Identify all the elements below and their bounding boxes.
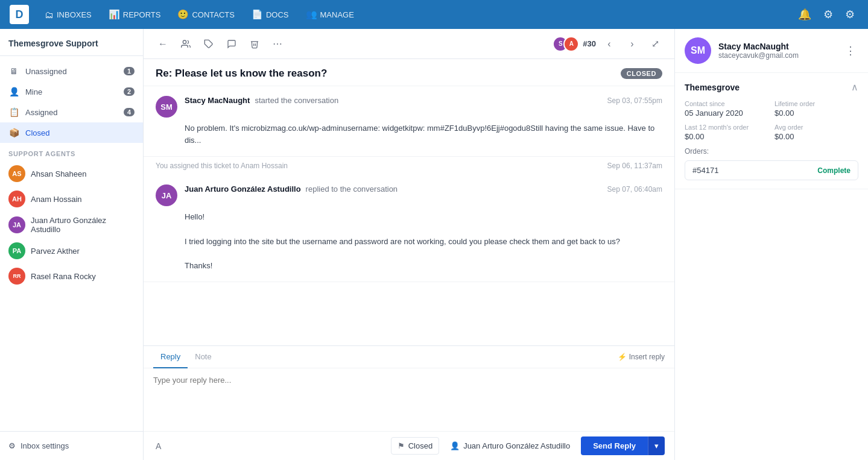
notifications-button[interactable]: 🔔 (794, 4, 815, 25)
label-button[interactable] (199, 34, 218, 54)
order-row: #54171 Complete (685, 160, 858, 180)
nav-manage[interactable]: 👥 MANAGE (300, 5, 360, 24)
sidebar-item-mine[interactable]: 👤 Mine 2 (0, 81, 143, 102)
manage-icon: 👥 (306, 9, 317, 20)
closed-icon: 📦 (8, 128, 19, 137)
avg-order-value: $0.00 (775, 132, 858, 141)
nav-docs[interactable]: 📄 DOCS (246, 5, 295, 24)
send-reply-button[interactable]: Send Reply (581, 436, 648, 455)
section-header: Themesgrove ∧ (685, 81, 858, 93)
contact-since-item: Contact since 05 January 2020 (685, 100, 768, 118)
svg-point-0 (183, 40, 186, 43)
sidebar-item-unassigned[interactable]: 🖥 Unassigned 1 (0, 61, 143, 81)
msg1-author: Stacy MacNaught (185, 96, 250, 105)
conv-number: #30 (583, 39, 596, 48)
conv-messages: Re: Please let us know the reason? CLOSE… (144, 59, 674, 345)
contact-info: Stacy MacNaught staceycavuk@gmail.com (718, 42, 835, 60)
next-conv-button[interactable]: › (622, 34, 642, 54)
format-text-icon[interactable]: A (153, 439, 163, 453)
agent-ahsan-name: Ahsan Shaheen (31, 169, 87, 178)
reply-tabs: Reply Note ⚡ Insert reply (144, 346, 674, 368)
nav-contacts[interactable]: 🙂 CONTACTS (171, 5, 241, 24)
agent-juan-avatar: JA (8, 216, 25, 233)
message-2: JA Juan Arturo González Astudillo replie… (144, 175, 674, 282)
reply-tab-note[interactable]: Note (188, 346, 218, 368)
contact-header: SM Stacy MacNaught staceycavuk@gmail.com… (675, 29, 868, 73)
sidebar-item-closed[interactable]: 📦 Closed (0, 122, 143, 143)
nav-docs-label: DOCS (266, 10, 289, 19)
right-panel: SM Stacy MacNaught staceycavuk@gmail.com… (675, 29, 868, 460)
order-status[interactable]: Complete (817, 166, 851, 175)
delete-button[interactable] (245, 34, 264, 54)
agent-juan-name: Juan Arturo González Astudillo (31, 216, 135, 234)
msg2-author-line: Juan Arturo González Astudillo replied t… (185, 184, 662, 194)
msg1-action: started the conversation (255, 96, 338, 105)
agent-parvez[interactable]: PA Parvez Akther (0, 238, 143, 263)
agent-anam-avatar: AH (8, 191, 25, 207)
flag-icon: ⚑ (398, 441, 405, 450)
contact-name: Stacy MacNaught (718, 42, 835, 51)
settings-icon[interactable]: ⚙ (820, 4, 837, 25)
assign-button[interactable] (176, 34, 195, 54)
sidebar-bottom: ⚙ Inbox settings (0, 431, 143, 460)
contact-menu-button[interactable]: ⋮ (843, 42, 858, 60)
assigned-icon: 📋 (8, 107, 19, 117)
status-select[interactable]: ⚑ Closed (391, 437, 439, 455)
system-event-1: You assigned this ticket to Anam Hossain… (144, 157, 674, 175)
inbox-settings-button[interactable]: ⚙ Inbox settings (8, 438, 135, 454)
orders-label: Orders: (685, 147, 858, 156)
msg1-meta: Stacy MacNaught started the conversation… (185, 96, 662, 106)
reports-icon: 📊 (109, 9, 120, 20)
msg1-body: No problem. It's microbizmag.co.uk/wp-ad… (156, 122, 662, 147)
expand-button[interactable]: ⤢ (645, 34, 665, 54)
insert-reply-label: Insert reply (629, 353, 665, 361)
contact-since-label: Contact since (685, 100, 768, 107)
inboxes-icon: 🗂 (45, 10, 54, 20)
profile-settings-icon[interactable]: ⚙ (841, 4, 858, 25)
back-button[interactable]: ← (153, 34, 173, 54)
agent-ahsan[interactable]: AS Ahsan Shaheen (0, 161, 143, 186)
agent-rasel-avatar: RR (8, 268, 25, 285)
msg1-avatar: SM (156, 96, 177, 118)
prev-conv-button[interactable]: ‹ (600, 34, 619, 54)
nav-contacts-label: CONTACTS (192, 10, 235, 19)
agent-rasel[interactable]: RR Rasel Rana Rocky (0, 263, 143, 289)
assignee-select[interactable]: 👤 Juan Arturo González Astudillo (444, 438, 576, 454)
nav-reports[interactable]: 📊 REPORTS (103, 5, 167, 24)
collapse-icon[interactable]: ∧ (851, 81, 858, 93)
agent-juan[interactable]: JA Juan Arturo González Astudillo (0, 212, 143, 238)
more-button[interactable]: ⋯ (268, 34, 287, 54)
insert-reply-button[interactable]: ⚡ Insert reply (618, 353, 665, 361)
conversation-button[interactable] (222, 34, 241, 54)
send-dropdown-button[interactable]: ▾ (648, 436, 665, 455)
info-grid: Contact since 05 January 2020 Lifetime o… (685, 100, 858, 141)
sidebar-assigned-label: Assigned (25, 108, 118, 117)
msg2-action: replied to the conversation (306, 184, 398, 194)
lifetime-order-value: $0.00 (775, 109, 858, 118)
contact-email: staceycavuk@gmail.com (718, 51, 835, 60)
status-select-label: Closed (408, 441, 432, 450)
status-badge: CLOSED (621, 68, 662, 79)
lightning-icon: ⚡ (618, 353, 627, 361)
contact-avatar: SM (685, 37, 711, 64)
msg2-author: Juan Arturo González Astudillo (185, 184, 301, 194)
sidebar-mine-label: Mine (25, 87, 118, 96)
support-agents-section-title: SUPPORT AGENTS (0, 143, 143, 161)
msg2-meta: Juan Arturo González Astudillo replied t… (185, 184, 662, 195)
main-layout: Themesgrove Support 🖥 Unassigned 1 👤 Min… (0, 29, 868, 460)
agent-ahsan-avatar: AS (8, 165, 25, 182)
lifetime-order-label: Lifetime order (775, 100, 858, 107)
message-1: SM Stacy MacNaught started the conversat… (144, 86, 674, 157)
sidebar-title: Themesgrove Support (0, 29, 143, 56)
agent-anam[interactable]: AH Anam Hossain (0, 186, 143, 212)
reply-textarea[interactable] (144, 368, 674, 429)
system-event-text: You assigned this ticket to Anam Hossain (156, 162, 288, 170)
last12-label: Last 12 month's order (685, 124, 768, 131)
sidebar-item-assigned[interactable]: 📋 Assigned 4 (0, 102, 143, 122)
contact-since-value: 05 January 2020 (685, 109, 768, 118)
mine-icon: 👤 (8, 87, 19, 96)
msg2-avatar: JA (156, 184, 177, 206)
nav-inboxes[interactable]: 🗂 INBOXES (39, 6, 98, 24)
reply-tab-reply[interactable]: Reply (153, 346, 188, 368)
themesgrove-section: Themesgrove ∧ Contact since 05 January 2… (675, 73, 868, 189)
